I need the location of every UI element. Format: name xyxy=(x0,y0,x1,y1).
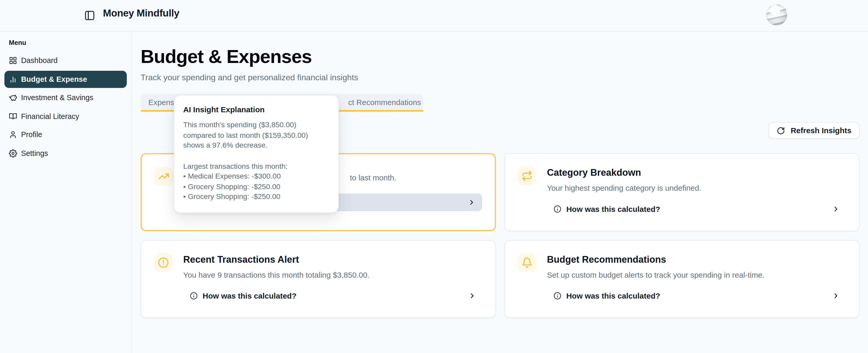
how-was-this-calculated-row[interactable]: How was this calculated? xyxy=(183,287,483,305)
card-title: Budget Recommendations xyxy=(547,254,846,266)
app-title: Money Mindfully xyxy=(103,8,180,20)
tooltip-transaction-item: • Medical Expenses: -$300.00 xyxy=(183,171,329,182)
tooltip-paragraph: This month's spending ($3,850.00) compar… xyxy=(183,120,329,151)
refresh-insights-label: Refresh Insights xyxy=(791,126,851,135)
card-description: Set up custom budget alerts to track you… xyxy=(547,271,846,279)
how-was-this-calculated-row[interactable]: How was this calculated? xyxy=(547,200,846,218)
page-subtitle: Track your spending and get personalized… xyxy=(141,72,860,82)
sidebar-menu-label: Menu xyxy=(9,39,127,46)
sidebar-item-label: Profile xyxy=(21,131,42,139)
info-icon xyxy=(554,292,561,299)
user-avatar[interactable] xyxy=(766,4,787,25)
how-was-this-calculated-label: How was this calculated? xyxy=(203,291,296,300)
how-was-this-calculated-row[interactable]: How was this calculated? xyxy=(547,287,846,305)
chevron-right-icon xyxy=(832,205,840,213)
chevron-right-icon xyxy=(468,199,475,206)
card-title: Recent Transactions Alert xyxy=(183,254,483,266)
sidebar-item-label: Dashboard xyxy=(21,57,58,65)
refresh-icon xyxy=(777,127,785,135)
tab-recommendations[interactable]: ct Recommendations xyxy=(348,94,421,110)
sidebar-item-label: Financial Literacy xyxy=(21,112,79,120)
card-budget-recommendations: Budget Recommendations Set up custom bud… xyxy=(504,240,860,318)
chevron-right-icon xyxy=(832,292,840,299)
how-was-this-calculated-label: How was this calculated? xyxy=(566,291,660,300)
card-description: Your highest spending category is undefi… xyxy=(547,183,846,192)
gear-icon xyxy=(9,149,17,157)
bar-chart-icon xyxy=(9,75,17,83)
dashboard-icon xyxy=(9,57,17,65)
info-icon xyxy=(554,205,561,213)
tooltip-transaction-item: • Grocery Shopping: -$250.00 xyxy=(183,192,329,202)
sidebar-item-label: Investment & Savings xyxy=(21,94,93,102)
info-icon xyxy=(190,292,197,299)
sidebar-item-label: Settings xyxy=(21,149,48,157)
repeat-icon xyxy=(518,167,536,185)
book-open-icon xyxy=(9,112,17,120)
sidebar-item-budget-expense[interactable]: Budget & Expense xyxy=(4,70,127,87)
sidebar-item-investment-savings[interactable]: Investment & Savings xyxy=(4,89,127,106)
card-category-breakdown: Category Breakdown Your highest spending… xyxy=(504,153,860,231)
refresh-insights-button[interactable]: Refresh Insights xyxy=(769,122,860,139)
panel-left-icon xyxy=(84,10,95,21)
top-header: Money Mindfully xyxy=(0,0,868,32)
user-icon xyxy=(9,131,17,139)
visible-text-fragment: to last month. xyxy=(350,173,396,182)
piggy-bank-icon xyxy=(9,94,17,102)
alert-circle-icon xyxy=(154,253,173,272)
sidebar: Menu Dashboard Budget & Expense xyxy=(0,32,132,353)
main-content: Budget & Expenses Track your spending an… xyxy=(132,32,868,353)
sidebar-item-dashboard[interactable]: Dashboard xyxy=(4,52,127,69)
tooltip-title: AI Insight Explanation xyxy=(183,105,329,114)
app-window: Money Mindfully Menu Dashboard Budget & … xyxy=(0,0,868,353)
card-description: You have 9 transactions this month total… xyxy=(183,271,483,279)
sidebar-item-label: Budget & Expense xyxy=(21,75,87,83)
ai-insight-tooltip: AI Insight Explanation This month's spen… xyxy=(174,95,339,213)
trending-up-icon xyxy=(154,167,173,186)
tooltip-transactions-heading: Largest transactions this month: xyxy=(183,161,329,172)
sidebar-item-financial-literacy[interactable]: Financial Literacy xyxy=(4,108,127,125)
tooltip-transaction-item: • Grocery Shopping: -$250.00 xyxy=(183,182,329,192)
card-title: Category Breakdown xyxy=(547,168,846,179)
sidebar-toggle-button[interactable] xyxy=(83,9,96,22)
how-was-this-calculated-label: How was this calculated? xyxy=(566,205,660,213)
sidebar-item-profile[interactable]: Profile xyxy=(4,126,127,143)
sidebar-item-settings[interactable]: Settings xyxy=(4,144,127,162)
bell-icon xyxy=(518,253,536,272)
chevron-right-icon xyxy=(468,292,476,299)
card-recent-transactions-alert: Recent Transactions Alert You have 9 tra… xyxy=(141,240,496,318)
page-title: Budget & Expenses xyxy=(141,46,860,68)
